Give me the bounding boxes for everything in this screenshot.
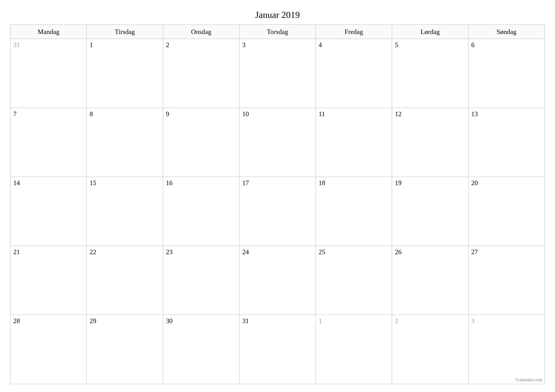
day-cell: 31 — [10, 39, 87, 108]
day-cell: 18 — [316, 177, 392, 246]
day-cell: 10 — [239, 108, 316, 177]
day-number: 28 — [13, 317, 20, 325]
day-cell: 7 — [10, 108, 87, 177]
day-number: 1 — [89, 41, 93, 49]
day-cell: 28 — [10, 315, 87, 384]
day-number: 10 — [242, 110, 249, 118]
day-cell: 20 — [468, 177, 545, 246]
day-cell: 1 — [316, 315, 392, 384]
day-number: 15 — [89, 179, 96, 186]
day-cell: 27 — [468, 246, 545, 315]
week-row: 31 1 2 3 4 5 6 — [10, 39, 545, 108]
day-number: 3 — [471, 317, 475, 325]
calendar-weeks: 31 1 2 3 4 5 6 7 8 9 10 11 12 13 14 15 1… — [10, 39, 545, 384]
day-cell: 3 — [468, 315, 545, 384]
day-cell: 3 — [239, 39, 316, 108]
day-number: 7 — [13, 110, 17, 118]
calendar-title: Januar 2019 — [10, 9, 545, 20]
week-row: 7 8 9 10 11 12 13 — [10, 108, 545, 177]
day-cell: 17 — [239, 177, 316, 246]
day-number: 2 — [395, 317, 398, 325]
day-number: 27 — [471, 248, 478, 256]
day-cell: 12 — [392, 108, 468, 177]
day-number: 31 — [13, 41, 20, 49]
weekday-header: Torsdag — [239, 25, 316, 39]
day-number: 29 — [89, 317, 96, 325]
day-cell: 8 — [87, 108, 163, 177]
day-cell: 14 — [10, 177, 87, 246]
day-cell: 23 — [163, 246, 239, 315]
weekday-header: Fredag — [316, 25, 392, 39]
weekday-header: Lørdag — [392, 25, 468, 39]
day-cell: 30 — [163, 315, 239, 384]
day-number: 11 — [319, 110, 325, 118]
day-cell: 13 — [468, 108, 545, 177]
day-number: 5 — [395, 41, 398, 49]
day-cell: 24 — [239, 246, 316, 315]
day-cell: 4 — [316, 39, 392, 108]
day-number: 23 — [166, 248, 173, 256]
day-number: 13 — [471, 110, 478, 118]
day-cell: 15 — [87, 177, 163, 246]
calendar-grid: Mandag Tirsdag Onsdag Torsdag Fredag Lør… — [10, 24, 545, 384]
weekday-header: Tirsdag — [87, 25, 163, 39]
day-number: 16 — [166, 179, 173, 186]
footer-credit: 7calendar.com — [515, 377, 542, 382]
week-row: 21 22 23 24 25 26 27 — [10, 246, 545, 315]
day-number: 17 — [242, 179, 249, 186]
day-cell: 11 — [316, 108, 392, 177]
day-cell: 29 — [87, 315, 163, 384]
day-number: 19 — [395, 179, 402, 186]
day-number: 31 — [242, 317, 249, 325]
day-number: 1 — [319, 317, 322, 325]
week-row: 14 15 16 17 18 19 20 — [10, 177, 545, 246]
day-number: 8 — [89, 110, 93, 118]
day-number: 21 — [13, 248, 20, 256]
day-cell: 2 — [163, 39, 239, 108]
day-number: 26 — [395, 248, 402, 256]
day-cell: 9 — [163, 108, 239, 177]
weekday-header: Søndag — [468, 25, 545, 39]
day-number: 20 — [471, 179, 478, 186]
weekday-header-row: Mandag Tirsdag Onsdag Torsdag Fredag Lør… — [10, 25, 545, 39]
day-cell: 5 — [392, 39, 468, 108]
day-number: 25 — [319, 248, 325, 256]
day-cell: 26 — [392, 246, 468, 315]
day-number: 4 — [319, 41, 322, 49]
day-number: 24 — [242, 248, 249, 256]
day-number: 9 — [166, 110, 169, 118]
day-number: 22 — [89, 248, 96, 256]
day-number: 18 — [319, 179, 325, 186]
day-number: 2 — [166, 41, 169, 49]
day-cell: 25 — [316, 246, 392, 315]
day-number: 3 — [242, 41, 246, 49]
day-cell: 1 — [87, 39, 163, 108]
day-cell: 19 — [392, 177, 468, 246]
day-cell: 16 — [163, 177, 239, 246]
day-cell: 22 — [87, 246, 163, 315]
day-cell: 6 — [468, 39, 545, 108]
day-cell: 31 — [239, 315, 316, 384]
week-row: 28 29 30 31 1 2 3 — [10, 315, 545, 384]
day-number: 6 — [471, 41, 475, 49]
weekday-header: Onsdag — [163, 25, 239, 39]
day-number: 12 — [395, 110, 402, 118]
day-number: 30 — [166, 317, 173, 325]
weekday-header: Mandag — [10, 25, 87, 39]
day-number: 14 — [13, 179, 20, 186]
day-cell: 21 — [10, 246, 87, 315]
day-cell: 2 — [392, 315, 468, 384]
